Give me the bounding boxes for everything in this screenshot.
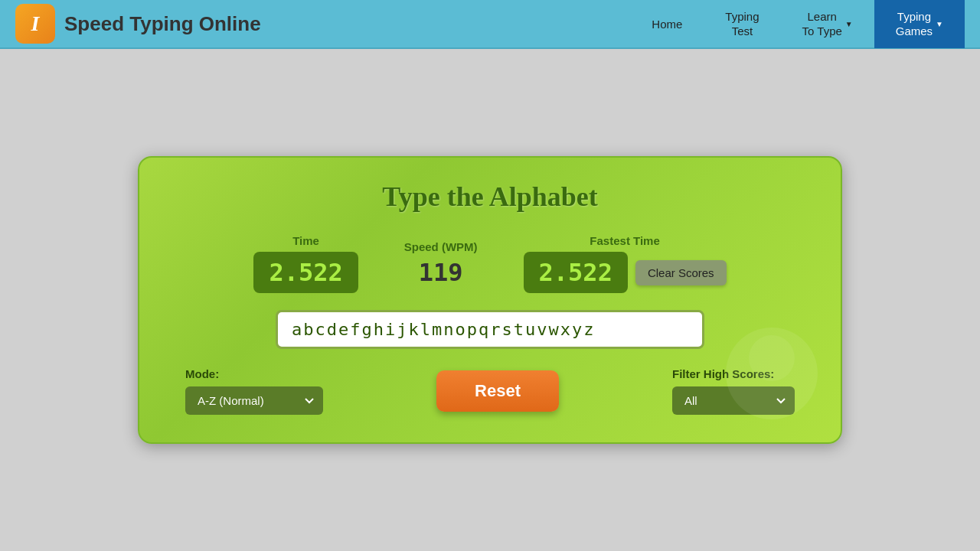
main-content: Type the Alphabet Time 2.522 Speed (WPM)… (0, 49, 980, 551)
fastest-stat: Fastest Time 2.522 Clear Scores (524, 234, 727, 293)
games-chevron-icon: ▼ (936, 20, 943, 28)
speed-label: Speed (WPM) (404, 240, 478, 253)
time-label: Time (292, 234, 319, 247)
time-value-box: 2.522 (253, 252, 358, 293)
header: I Speed Typing Online Home TypingTest Le… (0, 0, 980, 49)
fastest-group: 2.522 Clear Scores (524, 252, 727, 293)
mode-label: Mode: (185, 367, 323, 380)
nav-home[interactable]: Home (630, 0, 704, 48)
site-name: Speed Typing Online (64, 12, 261, 36)
main-nav: Home TypingTest LearnTo Type ▼ TypingGam… (630, 0, 965, 47)
time-value: 2.522 (269, 258, 342, 287)
filter-label: Filter High Scores: (672, 367, 795, 380)
learn-chevron-icon: ▼ (845, 20, 853, 28)
typing-input[interactable] (276, 310, 704, 349)
speed-value: 119 (419, 258, 463, 287)
clear-scores-button[interactable]: Clear Scores (635, 260, 727, 285)
mode-select[interactable]: A-Z (Normal) Z-A (Reverse) Random (185, 386, 323, 415)
nav-typing-test[interactable]: TypingTest (704, 0, 780, 48)
logo-icon: I (15, 4, 55, 44)
fastest-label: Fastest Time (590, 234, 659, 247)
reset-button[interactable]: Reset (436, 370, 559, 412)
controls-row: Mode: A-Z (Normal) Z-A (Reverse) Random … (170, 367, 810, 415)
filter-group: Filter High Scores: All Today This Week … (672, 367, 795, 415)
filter-select[interactable]: All Today This Week This Month (672, 386, 795, 415)
fastest-value: 2.522 (539, 258, 612, 287)
time-stat: Time 2.522 (253, 234, 358, 293)
stats-row: Time 2.522 Speed (WPM) 119 Fastest Time … (170, 234, 810, 293)
nav-typing-games[interactable]: TypingGames ▼ (874, 0, 965, 48)
nav-learn-to-type[interactable]: LearnTo Type ▼ (781, 0, 874, 48)
game-card: Type the Alphabet Time 2.522 Speed (WPM)… (138, 156, 842, 444)
game-title: Type the Alphabet (170, 181, 810, 213)
speed-stat: Speed (WPM) 119 (404, 240, 478, 287)
mode-group: Mode: A-Z (Normal) Z-A (Reverse) Random (185, 367, 323, 415)
typing-input-container (170, 310, 810, 349)
logo-container: I Speed Typing Online (15, 4, 630, 44)
fastest-value-box: 2.522 (524, 252, 628, 293)
